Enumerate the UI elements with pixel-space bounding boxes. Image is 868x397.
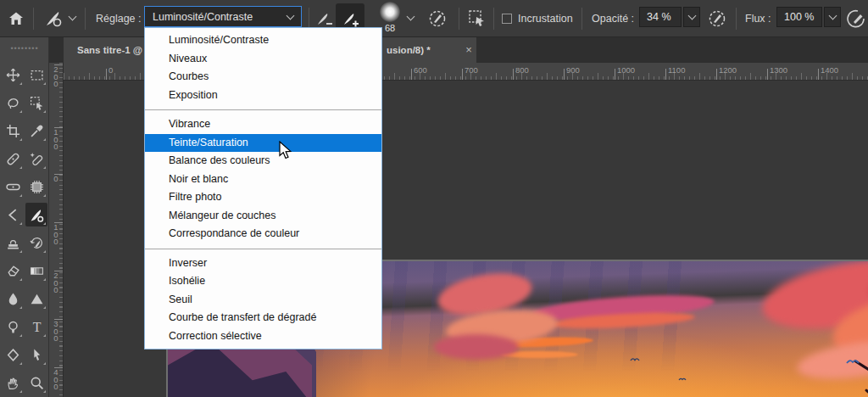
- brush-minus-icon[interactable]: [314, 8, 334, 29]
- brush-plus-icon[interactable]: [340, 8, 360, 29]
- photoshop-window: Plan de: [0, 0, 868, 397]
- menu-item-isohelie[interactable]: Isohélie: [145, 272, 381, 291]
- path-selection-tool-button[interactable]: [25, 343, 47, 366]
- dodge-tool-button[interactable]: [2, 315, 24, 338]
- flyout-corner-icon: [19, 334, 22, 337]
- menu-item-melangeur-de-couches[interactable]: Mélangeur de couches: [145, 207, 381, 226]
- home-icon[interactable]: [6, 8, 26, 29]
- flyout-corner-icon: [43, 82, 46, 85]
- menu-item-balance-des-couleurs[interactable]: Balance des couleurs: [145, 152, 381, 171]
- menu-item-correction-selective[interactable]: Correction sélective: [145, 327, 381, 346]
- ruler-major-tick: [411, 69, 412, 80]
- flow-dropdown-button[interactable]: [824, 7, 841, 27]
- ruler-label: 600: [414, 65, 427, 75]
- history-brush-icon: [30, 236, 44, 250]
- type-tool-button[interactable]: T: [25, 315, 47, 338]
- chevron-down-icon[interactable]: [69, 13, 77, 21]
- menu-item-exposition[interactable]: Exposition: [145, 87, 381, 105]
- menu-item-teinte-saturation[interactable]: Teinte/Saturation: [145, 134, 381, 153]
- menu-item-filtre-photo[interactable]: Filtre photo: [145, 188, 381, 207]
- move-tool-button[interactable]: [2, 63, 24, 87]
- brush-tip-preview[interactable]: [380, 2, 400, 22]
- crop-tool-button[interactable]: [2, 119, 24, 143]
- brush-tool-button[interactable]: [25, 203, 47, 226]
- eraser-tool-button[interactable]: [2, 259, 24, 282]
- flyout-corner-icon: [19, 250, 22, 253]
- history-brush-tool-button[interactable]: [25, 231, 47, 254]
- tools-panel: •••••••• T: [0, 37, 49, 397]
- path-selection-icon: [30, 348, 44, 362]
- menu-item-luminosite-contraste[interactable]: Luminosité/Contraste: [145, 31, 381, 50]
- brush-preset-icon[interactable]: [42, 8, 65, 29]
- tab-close-icon[interactable]: ×: [462, 37, 476, 63]
- marquee-tool-button[interactable]: [25, 63, 47, 87]
- spot-healing-tool-button[interactable]: [2, 147, 24, 171]
- menu-separator: [145, 249, 381, 249]
- menu-item-correspondance-de-couleur[interactable]: Correspondance de couleur: [145, 225, 381, 243]
- hand-tool-button[interactable]: [2, 371, 24, 394]
- gradient-tool-button[interactable]: [25, 259, 47, 282]
- flow-value: 100 %: [784, 11, 814, 23]
- flyout-corner-icon: [43, 222, 46, 225]
- chevron-down-icon[interactable]: [407, 13, 415, 21]
- lasso-tool-button[interactable]: [2, 91, 24, 115]
- ruler-minor-ticks: [59, 63, 63, 397]
- object-selection-icon: [30, 96, 44, 110]
- overlay-checkbox[interactable]: [502, 14, 512, 24]
- menu-item-vibrance[interactable]: Vibrance: [145, 115, 381, 134]
- zoom-tool-button[interactable]: [25, 371, 47, 394]
- menu-item-courbes[interactable]: Courbes: [145, 68, 381, 87]
- selection-mode-icon[interactable]: [467, 8, 487, 29]
- custom-shape-tool-button[interactable]: [2, 343, 24, 366]
- adjustment-dropdown[interactable]: Luminosité/Contraste: [144, 6, 302, 27]
- ruler-label: 1200: [719, 65, 737, 75]
- menu-item-niveaux[interactable]: Niveaux: [145, 50, 381, 69]
- ruler-label: 2 0 0: [53, 66, 59, 88]
- ruler-label: 900: [566, 65, 580, 75]
- flyout-corner-icon: [19, 222, 22, 225]
- ruler-label: 800: [515, 65, 529, 75]
- ruler-label: 1 0 0: [53, 129, 59, 151]
- flyout-corner-icon: [43, 334, 46, 337]
- object-selection-tool-button[interactable]: [25, 91, 47, 115]
- menu-item-seuil[interactable]: Seuil: [145, 291, 381, 310]
- ruler-vertical[interactable]: 2 0 01 0 001 0 02 0 03 0 04 0 0: [49, 63, 64, 397]
- ruler-label: 1100: [668, 65, 685, 75]
- ruler-major-tick: [716, 69, 717, 80]
- shape-tool-button[interactable]: [25, 287, 47, 310]
- menu-item-inverser[interactable]: Inverser: [145, 254, 381, 273]
- divider: [493, 8, 494, 30]
- toolbar-grip-handle[interactable]: ••••••••: [0, 44, 49, 53]
- divider: [33, 8, 34, 30]
- marquee-icon: [30, 68, 44, 82]
- flow-value-box[interactable]: 100 %: [776, 7, 822, 27]
- pen-tool-button[interactable]: [2, 203, 24, 226]
- eyedropper-tool-button[interactable]: [25, 119, 47, 143]
- patch-tool-button[interactable]: [2, 175, 24, 198]
- airbrush-icon[interactable]: [846, 8, 866, 29]
- blur-icon: [6, 292, 20, 306]
- pressure-opacity-icon[interactable]: [707, 8, 727, 29]
- menu-item-courbe-de-transfert-de-degrade[interactable]: Courbe de transfert de dégradé: [145, 309, 381, 327]
- opacity-dropdown-button[interactable]: [683, 7, 700, 27]
- flyout-corner-icon: [19, 278, 22, 281]
- ruler-label: 700: [465, 65, 478, 75]
- flow-label: Flux :: [745, 0, 771, 37]
- move-icon: [6, 68, 20, 82]
- divider: [736, 8, 737, 30]
- frame-tool-button[interactable]: [25, 175, 47, 198]
- opacity-value-box[interactable]: 34 %: [639, 7, 682, 27]
- pressure-size-icon[interactable]: [427, 8, 448, 29]
- blur-tool-button[interactable]: [2, 287, 24, 310]
- clone-stamp-tool-button[interactable]: [2, 231, 24, 254]
- lasso-icon: [6, 96, 20, 110]
- chevron-down-icon: [687, 12, 696, 20]
- ruler-label: 0: [108, 65, 113, 75]
- remove-tool-button[interactable]: [25, 147, 47, 171]
- type-icon: T: [30, 320, 44, 334]
- ruler-label: 2 0 0: [53, 272, 59, 294]
- menu-item-noir-et-blanc[interactable]: Noir et blanc: [145, 171, 381, 189]
- flyout-corner-icon: [43, 390, 46, 393]
- flyout-corner-icon: [43, 166, 46, 169]
- flyout-corner-icon: [43, 194, 46, 197]
